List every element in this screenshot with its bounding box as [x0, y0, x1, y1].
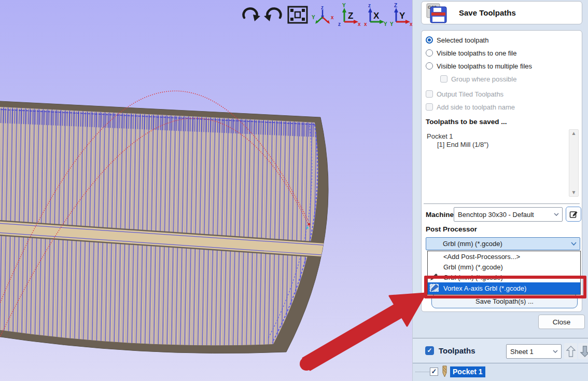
chevron-down-icon	[553, 350, 558, 353]
zoom-extents-icon[interactable]	[286, 3, 309, 27]
divider	[424, 203, 580, 204]
dropdown-option-add-post-processors[interactable]: <Add Post-Processors...>	[428, 251, 580, 262]
radio-label: Visible toolpaths to one file	[437, 49, 516, 57]
iso-view-icon[interactable]: z Y x	[311, 3, 335, 27]
checkbox-icon	[426, 90, 433, 98]
dialog-title: Save Toolpaths	[459, 8, 516, 17]
checkbox-group-where-possible: Group where possible	[440, 74, 516, 84]
move-up-button[interactable]	[564, 343, 577, 359]
front-view-icon[interactable]: Z Y x Y	[389, 3, 413, 27]
scroll-down-icon[interactable]: ▼	[571, 189, 577, 196]
list-scrollbar[interactable]: ▲ ▼	[569, 129, 579, 197]
svg-text:X: X	[373, 11, 380, 21]
radio-label: Visible toolpaths to multiple files	[437, 62, 532, 70]
edit-pencil-icon	[569, 210, 578, 219]
toolpaths-panel-header: ✓ Toolpaths Sheet 1	[413, 338, 588, 363]
dropdown-option-grbl-mm[interactable]: Grbl (mm) (*.gcode)	[428, 262, 580, 272]
toolpath-item-checkbox[interactable]: ✓	[430, 368, 438, 376]
checkbox-label: Output Tiled Toolpaths	[437, 90, 503, 98]
radio-visible-multiple-files[interactable]: Visible toolpaths to multiple files	[426, 61, 532, 71]
radio-selected-toolpath[interactable]: Selected toolpath	[426, 35, 488, 45]
3d-viewport[interactable]: z Y x Y z x Z	[0, 0, 412, 381]
svg-text:Y: Y	[390, 21, 394, 27]
toolpaths-visibility-checkbox[interactable]: ✓	[425, 346, 434, 355]
arrow-down-icon	[580, 345, 588, 358]
end-mill-icon	[441, 365, 448, 378]
svg-text:x: x	[364, 21, 367, 27]
radio-visible-one-file[interactable]: Visible toolpaths to one file	[426, 48, 516, 58]
svg-text:z: z	[321, 5, 324, 10]
plunge-marker	[306, 227, 309, 229]
dropdown-option-vortex-a-axis-grbl[interactable]: Vortex A-axis Grbl (*.gcode)	[428, 282, 580, 294]
sheet-select[interactable]: Sheet 1	[506, 344, 562, 359]
edit-machine-button[interactable]	[566, 207, 581, 222]
post-processor-dropdown: <Add Post-Processors...> Grbl (mm) (*.gc…	[427, 251, 581, 295]
svg-text:z: z	[338, 21, 341, 27]
machine-label: Machine	[426, 209, 454, 220]
svg-text:Y: Y	[342, 3, 346, 8]
toolpaths-to-save-list[interactable]: Pocket 1 [1] End Mill (1/8") ▲ ▼	[424, 129, 580, 199]
tree-connector	[415, 372, 429, 372]
toolpath-end-point	[308, 223, 311, 226]
toolpaths-tree: ✓ Pocket 1	[413, 363, 588, 381]
machine-select[interactable]: Benchtop 30x30 - Default	[454, 207, 563, 222]
list-item[interactable]: Pocket 1	[427, 132, 453, 140]
list-header: Toolpaths to be saved ...	[426, 116, 507, 127]
close-button[interactable]: Close	[538, 315, 585, 329]
svg-text:Z: Z	[394, 3, 397, 8]
svg-text:z: z	[368, 3, 371, 8]
svg-text:Y: Y	[312, 15, 315, 20]
dropdown-option-grbl-mm-2[interactable]: Grbl (mm) (*.gcode)	[428, 272, 580, 282]
checkbox-label: Group where possible	[451, 75, 516, 83]
checkbox-icon	[426, 103, 433, 111]
svg-text:Z: Z	[348, 11, 353, 21]
svg-text:Y: Y	[399, 11, 405, 21]
toolpaths-panel-title: Toolpaths	[439, 346, 475, 355]
chevron-down-icon	[554, 213, 559, 216]
chevron-down-icon	[571, 242, 577, 246]
save-toolpaths-panel: G00 Save Toolpaths Selected toolpath Vis…	[412, 0, 588, 381]
view-toolbar: z Y x Y z x Z	[240, 3, 413, 27]
pencil-icon	[429, 273, 439, 281]
rotate-cw-icon[interactable]	[240, 3, 261, 27]
save-options-group: Selected toolpath Visible toolpaths to o…	[421, 30, 582, 312]
post-processor-select[interactable]: Grbl (mm) (*.gcode)	[426, 237, 580, 250]
svg-text:x: x	[358, 21, 361, 27]
arrow-up-icon	[566, 345, 576, 358]
toolpath-3d-scene	[0, 0, 412, 381]
side-view-icon[interactable]: z x Y X	[363, 3, 387, 27]
svg-text:Y: Y	[384, 21, 387, 27]
scroll-up-icon[interactable]: ▲	[571, 130, 577, 137]
dialog-header: G00 Save Toolpaths	[421, 1, 582, 24]
radio-label: Selected toolpath	[437, 36, 488, 44]
checkbox-icon	[440, 75, 447, 83]
gcode-save-icon: G00	[426, 3, 447, 23]
svg-text:x: x	[331, 15, 334, 20]
app-window: z Y x Y z x Z	[0, 0, 588, 381]
toolpath-item-pocket-1[interactable]: Pocket 1	[450, 366, 485, 377]
pencil-hatched-icon	[429, 283, 440, 293]
radio-icon	[426, 49, 433, 57]
save-toolpaths-button[interactable]: Save Toolpath(s) ...	[431, 294, 578, 308]
checkbox-add-side-to-name: Add side to toolpath name	[426, 102, 515, 112]
radio-icon	[426, 62, 433, 70]
sheet-value: Sheet 1	[507, 348, 553, 356]
post-processor-value: Grbl (mm) (*.gcode)	[426, 240, 571, 248]
checkbox-output-tiled-toolpaths: Output Tiled Toolpaths	[426, 89, 503, 99]
checkbox-label: Add side to toolpath name	[437, 103, 515, 111]
top-view-icon[interactable]: Y z x Z	[337, 3, 361, 27]
machine-value: Benchtop 30x30 - Default	[454, 211, 554, 219]
radio-icon	[426, 36, 433, 44]
list-item[interactable]: [1] End Mill (1/8")	[437, 141, 488, 148]
rotate-ccw-icon[interactable]	[263, 3, 285, 27]
move-down-button[interactable]	[578, 343, 588, 359]
post-processor-label: Post Processor	[426, 224, 477, 234]
